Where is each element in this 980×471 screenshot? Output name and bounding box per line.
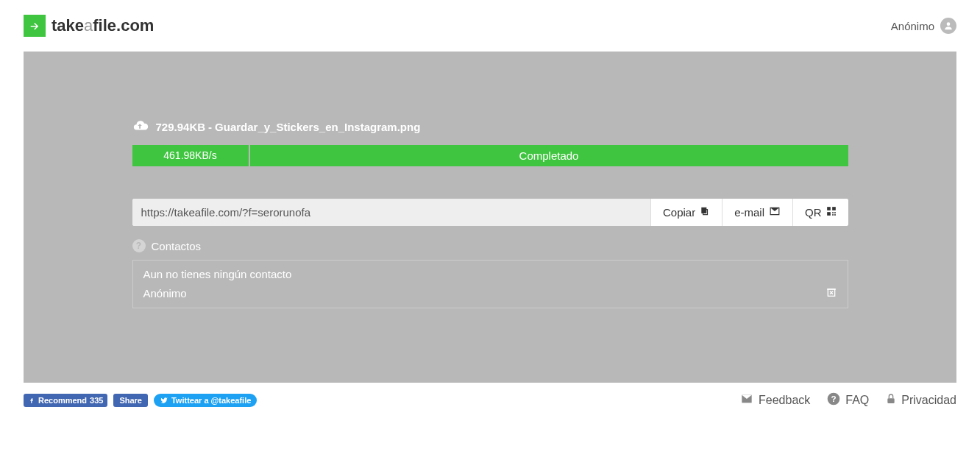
feedback-link[interactable]: Feedback <box>739 393 810 408</box>
privacy-label: Privacidad <box>901 394 956 407</box>
email-button[interactable]: e-mail <box>722 199 792 226</box>
svg-rect-8 <box>832 214 834 216</box>
file-info-row: 729.94KB - Guardar_y_Stickers_en_Instagr… <box>132 118 848 136</box>
svg-rect-5 <box>827 212 831 216</box>
share-row: Copiar e-mail QR <box>132 199 848 226</box>
svg-rect-6 <box>832 212 834 213</box>
logo-a: a <box>84 16 93 35</box>
twitter-button[interactable]: Twittear a @takeafile <box>154 394 257 407</box>
svg-rect-4 <box>832 207 836 210</box>
main-area: 729.94KB - Guardar_y_Stickers_en_Instagr… <box>24 52 956 383</box>
question-icon: ? <box>826 392 841 409</box>
user-menu[interactable]: Anónimo <box>891 18 956 34</box>
help-icon[interactable]: ? <box>132 239 146 252</box>
fb-share-button[interactable]: Share <box>113 394 148 407</box>
trash-icon[interactable] <box>825 286 837 300</box>
logo-text: takeafile.com <box>52 16 154 35</box>
progress-bar: 461.98KB/s Completado <box>132 145 848 166</box>
privacy-link[interactable]: Privacidad <box>885 392 956 409</box>
fb-recommend-button[interactable]: Recommend 335 <box>24 394 107 407</box>
contacts-header: ? Contactos <box>132 239 848 252</box>
upload-speed: 461.98KB/s <box>132 145 249 166</box>
lock-icon <box>885 392 897 409</box>
svg-rect-2 <box>702 208 706 213</box>
logo[interactable]: takeafile.com <box>24 15 154 37</box>
logo-icon <box>24 15 46 37</box>
fb-share-label: Share <box>119 396 142 405</box>
twitter-icon <box>160 397 168 404</box>
qr-label: QR <box>805 206 822 219</box>
contacts-empty-message: Aun no tienes ningún contacto <box>143 268 837 280</box>
header: takeafile.com Anónimo <box>0 0 980 52</box>
email-label: e-mail <box>734 206 764 219</box>
contacts-label: Contactos <box>152 240 202 252</box>
qr-icon <box>826 206 837 219</box>
contact-anon: Anónimo <box>143 287 187 300</box>
envelope-icon <box>769 206 781 219</box>
twitter-label: Twittear a @takeafile <box>171 396 251 405</box>
svg-rect-13 <box>888 398 895 403</box>
file-separator: - <box>208 121 212 133</box>
footer: Recommend 335 Share Twittear a @takeafil… <box>0 383 980 418</box>
svg-rect-7 <box>834 212 836 213</box>
svg-point-0 <box>947 22 951 26</box>
user-label: Anónimo <box>891 20 934 32</box>
footer-links: Feedback ? FAQ Privacidad <box>739 392 956 409</box>
logo-take: take <box>52 16 84 35</box>
fb-recommend-count: 335 <box>90 396 103 405</box>
feedback-label: Feedback <box>759 394 810 407</box>
user-avatar-icon <box>940 18 956 34</box>
faq-label: FAQ <box>845 394 869 407</box>
logo-file: file.com <box>93 16 154 35</box>
contacts-box: Aun no tienes ningún contacto Anónimo <box>132 260 848 308</box>
fb-recommend-label: Recommend <box>38 396 87 405</box>
copy-button[interactable]: Copiar <box>650 199 722 226</box>
copy-label: Copiar <box>663 206 695 219</box>
qr-button[interactable]: QR <box>792 199 848 226</box>
share-url-input[interactable] <box>132 199 650 226</box>
file-name: Guardar_y_Stickers_en_Instagram.png <box>215 121 420 133</box>
cloud-upload-icon <box>132 118 149 136</box>
social-buttons: Recommend 335 Share Twittear a @takeafil… <box>24 394 257 407</box>
copy-icon <box>700 206 710 219</box>
facebook-icon <box>28 397 35 404</box>
svg-rect-3 <box>827 207 831 210</box>
svg-rect-9 <box>834 214 836 216</box>
mail-icon <box>739 393 754 408</box>
upload-status: Completado <box>250 145 848 166</box>
svg-text:?: ? <box>831 394 837 403</box>
file-size: 729.94KB <box>156 121 206 133</box>
faq-link[interactable]: ? FAQ <box>826 392 869 409</box>
